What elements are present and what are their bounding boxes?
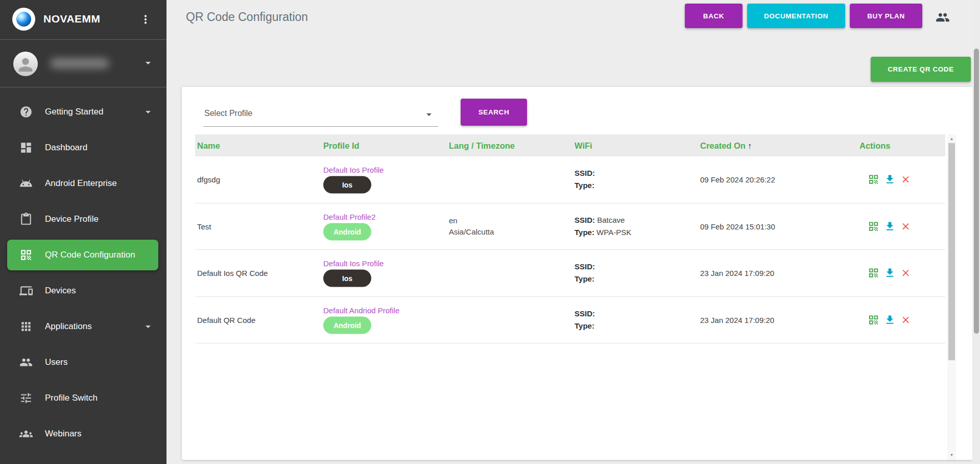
qr-code-card: Select Profile SEARCH Name Profile Id La…: [182, 87, 973, 460]
created-on-cell: 09 Feb 2024 15:01:30: [700, 222, 775, 230]
select-profile-dropdown[interactable]: Select Profile: [203, 102, 438, 127]
sidebar-item-applications[interactable]: Applications: [0, 309, 166, 344]
download-icon[interactable]: [884, 174, 896, 185]
topbar-buttons: BACKDOCUMENTATIONBUY PLAN: [685, 4, 922, 28]
sidebar-menu: Getting Started Dashboard Android Enterp…: [0, 94, 166, 452]
sidebar: NOVAEMM Getting Started Dashboard Androi…: [0, 0, 166, 464]
qr-name: dfgsdg: [197, 175, 220, 184]
qr-name: Default Ios QR Code: [197, 269, 268, 277]
brand-logo-ball: [16, 12, 31, 27]
created-on-cell: 23 Jan 2024 17:09:20: [700, 315, 774, 324]
wifi-cell: SSID: Type:: [575, 308, 595, 332]
platform-chip: Ios: [323, 270, 371, 287]
qr-name: Default QR Code: [197, 315, 255, 324]
column-header-created-on[interactable]: Created On↑: [700, 141, 752, 150]
wifi-cell: SSID: Type:: [575, 167, 595, 192]
row-actions: [868, 267, 911, 279]
profile-cell: Default Andriod Profile Android: [323, 306, 399, 334]
create-qr-code-button[interactable]: CREATE QR CODE: [871, 57, 971, 82]
table-row: Default QR Code Default Andriod Profile …: [195, 297, 945, 344]
download-icon[interactable]: [884, 220, 896, 232]
download-icon[interactable]: [884, 267, 896, 279]
user-account-dropdown[interactable]: [0, 40, 166, 87]
created-on-cell: 23 Jan 2024 17:09:20: [700, 269, 774, 277]
page-scrollbar[interactable]: [972, 0, 980, 464]
profile-link[interactable]: Default Andriod Profile: [323, 306, 399, 314]
qr-code-icon[interactable]: [868, 314, 879, 326]
table-scrollbar[interactable]: ▲ ▼: [947, 134, 956, 460]
platform-chip: Android: [323, 223, 371, 240]
qr-code-icon[interactable]: [868, 220, 879, 232]
sort-ascending-icon: ↑: [748, 141, 752, 150]
sidebar-item-devices[interactable]: Devices: [0, 273, 166, 309]
column-header-name: Name: [197, 141, 220, 150]
clipboard-icon: [19, 213, 33, 226]
profile-link[interactable]: Default Ios Profile: [323, 259, 384, 268]
column-header-wifi: WiFi: [575, 141, 592, 150]
groups-icon: [19, 427, 33, 440]
platform-chip: Ios: [323, 176, 371, 194]
table-header: Name Profile Id Lang / Timezone WiFi Cre…: [195, 134, 945, 156]
back-button[interactable]: BACK: [685, 4, 743, 28]
platform-chip: Android: [323, 316, 371, 334]
scrollbar-up-arrow[interactable]: ▲: [947, 134, 956, 143]
column-header-lang-timezone: Lang / Timezone: [449, 141, 515, 150]
dashboard-icon: [19, 141, 33, 154]
wifi-cell: SSID: Type:: [575, 261, 595, 285]
wifi-cell: SSID: Batcave Type: WPA-PSK: [575, 214, 631, 239]
row-actions: [868, 174, 911, 185]
android-icon: [19, 177, 33, 190]
download-icon[interactable]: [884, 314, 896, 326]
divider: [0, 87, 166, 87]
sidebar-item-qr-code-configuration[interactable]: QR Code Configuration: [0, 237, 166, 273]
qr-code-icon[interactable]: [868, 267, 879, 279]
close-icon[interactable]: [900, 268, 911, 279]
profile-cell: Default Ios Profile Ios: [323, 166, 384, 194]
tune-icon: [19, 391, 33, 405]
documentation-button[interactable]: DOCUMENTATION: [747, 4, 845, 28]
table-row: dfgsdg Default Ios Profile Ios SSID: Typ…: [195, 156, 945, 203]
table-row: Default Ios QR Code Default Ios Profile …: [195, 250, 945, 297]
qr-code-configuration-page: NOVAEMM Getting Started Dashboard Androi…: [0, 0, 980, 464]
chevron-down-icon: [423, 108, 435, 121]
profile-cell: Default Profile2 Android: [323, 212, 376, 240]
sidebar-item-dashboard[interactable]: Dashboard: [0, 130, 166, 166]
profile-link[interactable]: Default Profile2: [323, 212, 376, 221]
brand-logo: [12, 8, 35, 31]
users-icon: [19, 356, 33, 369]
buy-plan-button[interactable]: BUY PLAN: [850, 4, 922, 28]
row-actions: [868, 220, 911, 232]
user-name-redacted: [50, 58, 109, 68]
close-icon[interactable]: [900, 314, 911, 325]
table-body: dfgsdg Default Ios Profile Ios SSID: Typ…: [195, 156, 945, 343]
help-icon: [19, 105, 33, 119]
close-icon[interactable]: [900, 174, 911, 185]
kebab-menu-icon[interactable]: [139, 12, 152, 27]
profile-cell: Default Ios Profile Ios: [323, 259, 384, 287]
scrollbar-thumb[interactable]: [948, 143, 955, 360]
profile-link[interactable]: Default Ios Profile: [323, 166, 384, 174]
page-title: QR Code Configuration: [186, 10, 308, 24]
search-button[interactable]: SEARCH: [461, 99, 527, 126]
sidebar-item-webinars[interactable]: Webinars: [0, 416, 166, 452]
sidebar-item-getting-started[interactable]: Getting Started: [0, 94, 166, 130]
apps-icon: [19, 320, 33, 333]
column-header-actions: Actions: [859, 141, 891, 150]
page-scrollbar-thumb[interactable]: [974, 49, 979, 334]
sidebar-item-users[interactable]: Users: [0, 344, 166, 380]
devices-icon: [19, 284, 33, 297]
created-on-cell: 09 Feb 2024 20:26:22: [700, 175, 775, 184]
close-icon[interactable]: [900, 221, 911, 231]
lang-timezone-cell: en Asia/Calcutta: [449, 215, 494, 238]
qr-code-icon: [19, 248, 33, 262]
chevron-down-icon: [142, 57, 154, 69]
qr-name: Test: [197, 222, 211, 230]
chevron-down-icon: [142, 320, 154, 333]
sidebar-item-device-profile[interactable]: Device Profile: [0, 201, 166, 237]
sidebar-item-profile-switch[interactable]: Profile Switch: [0, 380, 166, 416]
table-row: Test Default Profile2 Android en Asia/Ca…: [195, 203, 945, 250]
sidebar-item-android-enterprise[interactable]: Android Enterprise: [0, 166, 166, 201]
qr-code-icon[interactable]: [868, 174, 879, 185]
scrollbar-down-arrow[interactable]: ▼: [947, 451, 956, 459]
people-icon[interactable]: [935, 10, 952, 26]
